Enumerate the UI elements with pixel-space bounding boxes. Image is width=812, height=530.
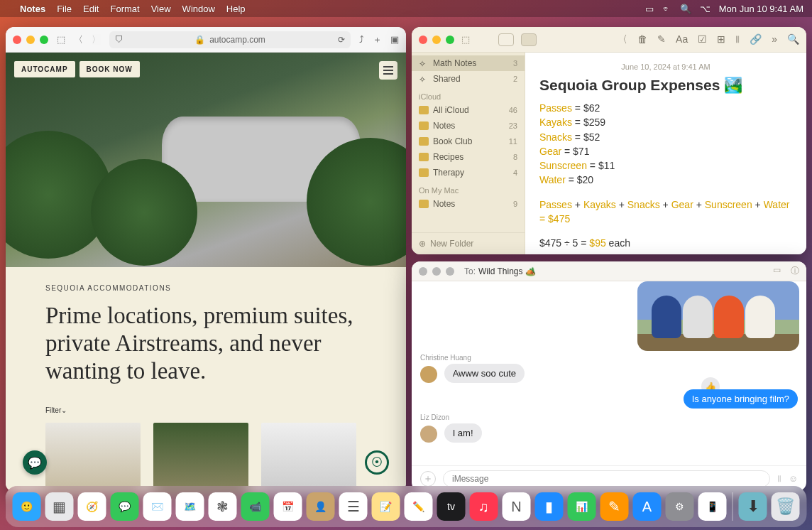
- app-menu[interactable]: Notes: [20, 4, 45, 14]
- dock-app-keynote[interactable]: ▮: [535, 492, 564, 521]
- dock-app-downloads[interactable]: ⬇︎: [739, 492, 767, 521]
- menu-file[interactable]: File: [57, 4, 72, 14]
- video-call-icon[interactable]: ▭: [773, 265, 781, 277]
- dock-app-pages[interactable]: ✎: [600, 492, 629, 521]
- wifi-icon[interactable]: ᯤ: [662, 4, 671, 14]
- dock-app-numbers[interactable]: 📊: [568, 492, 596, 521]
- compose-icon[interactable]: ✎: [657, 33, 666, 46]
- conversation-name[interactable]: Wild Things 🏕️: [478, 266, 536, 276]
- table-icon[interactable]: ⊞: [717, 33, 725, 46]
- menu-edit[interactable]: Edit: [83, 4, 99, 14]
- dock-app-safari[interactable]: 🧭: [78, 492, 106, 521]
- chat-fab-icon[interactable]: 💬: [23, 450, 47, 475]
- dock-app-mirroring[interactable]: 📱: [698, 492, 727, 521]
- audio-waveform-icon[interactable]: ⫴: [777, 473, 781, 485]
- message-bubble[interactable]: Awww soo cute: [444, 364, 525, 383]
- sidebar-item[interactable]: ✧Math Notes3: [412, 55, 525, 71]
- note-editor[interactable]: June 10, 2024 at 9:41 AM Sequoia Group E…: [525, 53, 806, 254]
- avatar[interactable]: [420, 366, 437, 383]
- site-logo[interactable]: AUTOCAMP: [14, 61, 75, 77]
- dock-app-music[interactable]: ♫: [470, 492, 498, 521]
- sidebar-toggle-icon[interactable]: ⬚: [57, 34, 65, 45]
- link-icon[interactable]: 🔗: [750, 33, 762, 46]
- text-format-icon[interactable]: Aa: [676, 33, 688, 46]
- clock[interactable]: Mon Jun 10 9:41 AM: [719, 4, 803, 14]
- book-now-button[interactable]: BOOK NOW: [79, 61, 140, 77]
- menu-window[interactable]: Window: [182, 4, 215, 14]
- spotlight-icon[interactable]: 🔍: [680, 4, 691, 14]
- dock-app-appstore[interactable]: A: [633, 492, 662, 521]
- back-icon[interactable]: 〈: [618, 33, 627, 46]
- dock-app-finder[interactable]: 🙂: [13, 492, 41, 521]
- dock-app-launchpad[interactable]: ▦: [45, 492, 74, 521]
- more-icon[interactable]: »: [772, 33, 777, 46]
- dock-app-calendar[interactable]: 📅: [274, 492, 302, 521]
- dock-app-maps[interactable]: 🗺️: [176, 492, 204, 521]
- info-icon[interactable]: ⓘ: [791, 265, 799, 277]
- tabs-icon[interactable]: ▣: [390, 34, 399, 45]
- dock-app-messages[interactable]: 💬: [111, 492, 139, 521]
- list-view-icon[interactable]: [498, 33, 514, 46]
- dock-app-news[interactable]: N: [503, 492, 531, 521]
- emoji-icon[interactable]: ☺︎: [789, 473, 798, 484]
- dock-app-tv[interactable]: tv: [437, 492, 466, 521]
- grid-view-icon[interactable]: [521, 33, 537, 46]
- window-controls[interactable]: [419, 36, 454, 44]
- message-bubble[interactable]: I am!: [444, 423, 482, 443]
- note-date: June 10, 2024 at 9:41 AM: [539, 63, 792, 71]
- audio-icon[interactable]: ⫴: [735, 33, 740, 46]
- dock-app-contacts[interactable]: 👤: [307, 492, 335, 521]
- thumbnail[interactable]: [153, 423, 248, 492]
- folder-count: 4: [513, 168, 517, 177]
- share-icon[interactable]: ⤴︎: [359, 34, 364, 45]
- message-input[interactable]: [443, 470, 770, 487]
- sidebar-item[interactable]: Notes23: [412, 118, 525, 134]
- dock-app-settings[interactable]: ⚙︎: [666, 492, 694, 521]
- hamburger-icon[interactable]: [379, 61, 397, 80]
- thumbnails: [6, 414, 406, 492]
- dock-app-reminders[interactable]: ☰: [339, 492, 368, 521]
- dock-app-facetime[interactable]: 📹: [241, 492, 270, 521]
- menu-help[interactable]: Help: [226, 4, 246, 14]
- message-bubble[interactable]: Is anyone bringing film?: [684, 389, 798, 409]
- dock-app-notes[interactable]: 📝: [372, 492, 400, 521]
- folder-count: 2: [513, 75, 517, 83]
- sidebar-toggle-icon[interactable]: ⬚: [461, 34, 470, 45]
- new-folder-button[interactable]: ⊕ New Folder: [412, 232, 525, 254]
- dock-app-freeform[interactable]: ✏️: [405, 492, 433, 521]
- window-controls[interactable]: [419, 267, 454, 276]
- address-bar[interactable]: ⛉ 🔒 autocamp.com ⟳: [109, 31, 351, 48]
- forward-icon[interactable]: 〉: [92, 33, 101, 46]
- sidebar-item[interactable]: All iCloud46: [412, 102, 525, 118]
- sidebar-item[interactable]: Therapy4: [412, 165, 525, 180]
- message-thread[interactable]: Christine Huang Awww soo cute 👍 Is anyon…: [412, 281, 806, 465]
- avatar[interactable]: [420, 426, 437, 443]
- search-icon[interactable]: 🔍: [787, 33, 799, 46]
- thumbnail[interactable]: [45, 423, 141, 492]
- sidebar-item[interactable]: Notes9: [412, 196, 525, 212]
- thumbnail[interactable]: [261, 423, 356, 492]
- dock-app-mail[interactable]: ✉️: [143, 492, 172, 521]
- new-tab-icon[interactable]: ＋: [373, 33, 382, 46]
- window-controls[interactable]: [13, 36, 48, 44]
- attach-button[interactable]: ＋: [420, 471, 436, 487]
- image-attachment[interactable]: [637, 281, 799, 351]
- back-icon[interactable]: 〈: [74, 33, 83, 46]
- battery-icon[interactable]: ▭: [645, 4, 654, 14]
- dock-app-trash[interactable]: 🗑️: [772, 492, 800, 521]
- checklist-icon[interactable]: ☑︎: [698, 33, 707, 46]
- folder-count: 9: [513, 200, 517, 208]
- sidebar-item[interactable]: ✧Shared2: [412, 71, 525, 87]
- sidebar-item[interactable]: Recipes8: [412, 149, 525, 165]
- menu-format[interactable]: Format: [110, 4, 139, 14]
- filter-button[interactable]: Filter⌄: [45, 406, 366, 414]
- reload-icon[interactable]: ⟳: [338, 35, 345, 45]
- messages-header: To: Wild Things 🏕️ ▭ ⓘ: [412, 261, 806, 281]
- dock-app-photos[interactable]: ❃: [209, 492, 237, 521]
- menu-view[interactable]: View: [151, 4, 171, 14]
- trash-icon[interactable]: 🗑︎: [637, 33, 647, 46]
- accessibility-icon[interactable]: ⦿: [365, 450, 389, 475]
- sidebar-item[interactable]: Book Club11: [412, 134, 525, 149]
- control-center-icon[interactable]: ⌥: [700, 4, 710, 14]
- folder-label: Book Club: [433, 136, 505, 146]
